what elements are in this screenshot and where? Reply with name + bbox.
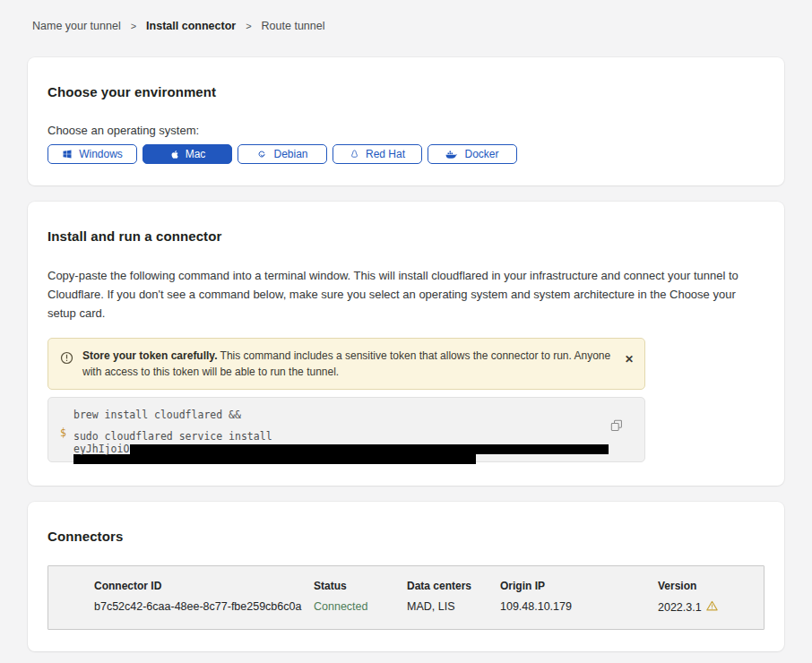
redhat-logo-icon: [350, 149, 359, 160]
breadcrumb-step-route-tunnel[interactable]: Route tunnel: [262, 20, 325, 32]
debian-logo-icon: [256, 149, 267, 159]
environment-card: Choose your environment Choose an operat…: [28, 57, 784, 185]
token-prefix: eyJhIjoiO: [73, 443, 129, 455]
cell-status: Connected: [314, 600, 407, 614]
cell-origin-ip: 109.48.10.179: [500, 600, 658, 614]
os-button-redhat[interactable]: Red Hat: [333, 144, 422, 164]
cell-data-centers: MAD, LIS: [407, 600, 500, 614]
environment-card-title: Choose your environment: [48, 84, 764, 99]
cell-version: 2022.3.1: [658, 600, 755, 614]
close-icon[interactable]: ✕: [625, 354, 634, 365]
column-header-connector-id: Connector ID: [94, 580, 314, 592]
apple-logo-icon: [169, 149, 179, 160]
version-value: 2022.3.1: [658, 601, 702, 614]
os-button-windows[interactable]: Windows: [48, 144, 137, 164]
connectors-title: Connectors: [48, 529, 764, 544]
os-button-label: Debian: [273, 148, 307, 160]
os-button-label: Mac: [186, 148, 206, 160]
code-line-brew-install: brew install cloudflared &&: [73, 409, 609, 421]
os-button-group: Windows Mac Debian Red Hat: [48, 144, 764, 164]
cell-connector-id: b7c52c42-6caa-48ee-8c77-fbe259cb6c0a: [94, 600, 314, 614]
connectors-card: Connectors Connector ID Status Data cent…: [28, 502, 784, 651]
page: Name your tunnel > Install connector > R…: [0, 0, 812, 663]
warning-triangle-icon: [706, 600, 718, 614]
install-command-code-block: $ brew install cloudflared && sudo cloud…: [48, 397, 645, 462]
install-connector-title: Install and run a connector: [48, 228, 764, 244]
column-header-data-centers: Data centers: [407, 580, 500, 592]
shell-prompt: $: [60, 426, 66, 439]
connectors-table: Connector ID Status Data centers Origin …: [48, 565, 764, 630]
breadcrumb-step-install-connector[interactable]: Install connector: [146, 20, 236, 32]
os-button-mac[interactable]: Mac: [143, 144, 232, 164]
breadcrumb: Name your tunnel > Install connector > R…: [28, 20, 784, 32]
os-button-label: Red Hat: [366, 148, 405, 160]
copy-icon[interactable]: [610, 419, 623, 435]
code-line-service-install: sudo cloudflared service install: [73, 430, 609, 443]
os-button-label: Docker: [464, 148, 498, 160]
os-button-label: Windows: [79, 148, 123, 160]
column-header-origin-ip: Origin IP: [500, 580, 658, 592]
breadcrumb-separator: >: [131, 21, 136, 31]
docker-logo-icon: [445, 150, 458, 159]
os-button-debian[interactable]: Debian: [238, 144, 327, 164]
token-warning-title: Store your token carefully.: [82, 349, 218, 362]
install-connector-card: Install and run a connector Copy-paste t…: [28, 202, 784, 486]
os-select-label: Choose an operating system:: [48, 124, 764, 137]
token-redaction-bar: [73, 454, 476, 464]
install-connector-description: Copy-paste the following command into a …: [48, 266, 764, 323]
alert-circle-icon: [60, 351, 73, 369]
token-redaction-bar: [130, 444, 609, 454]
column-header-version: Version: [658, 580, 755, 592]
code-line-token: eyJhIjoiO: [73, 443, 609, 454]
breadcrumb-step-name-your-tunnel[interactable]: Name your tunnel: [32, 20, 121, 32]
token-warning-banner: Store your token carefully. This command…: [48, 338, 645, 390]
column-header-status: Status: [314, 580, 407, 592]
os-button-docker[interactable]: Docker: [428, 144, 517, 164]
windows-logo-icon: [62, 149, 73, 159]
breadcrumb-separator: >: [246, 21, 251, 31]
